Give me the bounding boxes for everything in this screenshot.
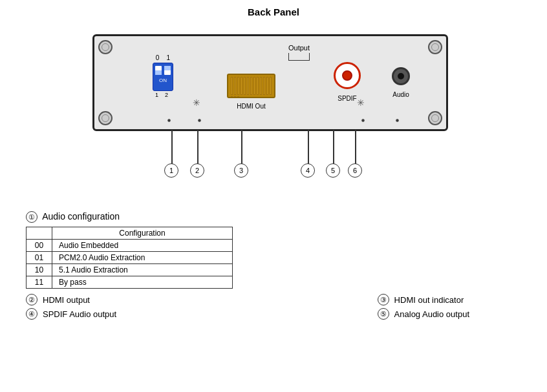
table-desc-00: Audio Embedded: [52, 240, 233, 252]
callout-num-1: 1: [164, 163, 178, 178]
dip-slot-2: [164, 66, 171, 75]
audio-jack: Audio: [392, 67, 410, 85]
screw-tl: [98, 40, 113, 54]
table-desc-11: By pass: [52, 276, 233, 289]
panel-diagram: 0 1 ON 1 2 ✳: [54, 21, 493, 209]
led-indicator-5: ✳: [357, 98, 365, 108]
callout-num-4: 4: [301, 163, 315, 178]
circled-num-2: ②: [26, 294, 38, 305]
spdif-output-text: SPDIF Audio output: [43, 309, 116, 319]
hdmi-out-label: HDMI Out: [237, 103, 265, 110]
led-dot-1: [167, 119, 171, 122]
label-spdif-output: ④ SPDIF Audio output: [26, 308, 116, 320]
jack-inner: [398, 73, 404, 79]
jack-outer: [392, 67, 410, 85]
bottom-label-left: ② HDMI output ④ SPDIF Audio output: [26, 294, 116, 320]
callout-line-3: [241, 130, 242, 165]
led-dot-5: [361, 119, 365, 122]
circled-num-3: ③: [378, 294, 389, 305]
label-hdmi-indicator: ③ HDMI out indicator: [378, 294, 469, 305]
dip-numbers: 0 1: [153, 54, 173, 61]
table-desc-01: PCM2.0 Audio Extraction: [52, 252, 233, 264]
spdif-connector: SPDIF: [334, 62, 361, 89]
dip-on-label: ON: [159, 77, 167, 83]
audio-label: Audio: [392, 91, 409, 98]
table-code-10: 10: [27, 264, 52, 276]
rca-inner: [342, 70, 352, 81]
panel-box: 0 1 ON 1 2 ✳: [92, 34, 448, 131]
label-analog-audio: ⑤ Analog Audio output: [378, 308, 469, 320]
callout-line-2: [197, 130, 198, 165]
screw-br: [428, 111, 442, 125]
table-row: 01 PCM2.0 Audio Extraction: [27, 252, 233, 264]
hdmi-output-text: HDMI output: [43, 295, 90, 305]
description-section: ① Audio configuration Configuration 00 A…: [13, 209, 534, 320]
spdif-label: SPDIF: [338, 95, 356, 102]
callout-num-3: 3: [234, 163, 248, 178]
callout-line-5: [333, 130, 334, 165]
hdmi-connector: HDMI Out: [227, 74, 275, 98]
table-row: 00 Audio Embedded: [27, 240, 233, 252]
screw-bl: [98, 111, 113, 125]
circled-num-1: ①: [26, 211, 38, 223]
config-table: Configuration 00 Audio Embedded 01 PCM2.…: [26, 227, 233, 289]
led-dot-6: [396, 119, 399, 122]
bottom-label-right: ③ HDMI out indicator ⑤ Analog Audio outp…: [378, 294, 469, 320]
screw-tr: [428, 40, 442, 54]
hdmi-indicator-text: HDMI out indicator: [394, 295, 464, 305]
page-title: Back Panel: [13, 6, 534, 17]
table-code-01: 01: [27, 252, 52, 264]
label-hdmi-output: ② HDMI output: [26, 294, 116, 305]
callout-line-1: [171, 130, 173, 165]
table-row: 10 5.1 Audio Extraction: [27, 264, 233, 276]
table-header-row: Configuration: [27, 227, 233, 240]
dip-switch: 0 1 ON 1 2: [153, 54, 173, 98]
callout-num-2: 2: [190, 163, 204, 178]
table-code-11: 11: [27, 276, 52, 289]
table-header-config: Configuration: [52, 227, 233, 240]
analog-audio-text: Analog Audio output: [394, 309, 469, 319]
callout-num-5: 5: [326, 163, 340, 178]
hdmi-body: [227, 74, 275, 98]
led-dot-2: [198, 119, 201, 122]
dip-body: ON: [153, 63, 173, 91]
table-header-code: [27, 227, 52, 240]
callout-line-4: [308, 130, 309, 165]
bottom-labels: ② HDMI output ④ SPDIF Audio output ③ HDM…: [26, 294, 521, 320]
callout-num-6: 6: [348, 163, 362, 178]
table-code-00: 00: [27, 240, 52, 252]
table-desc-10: 5.1 Audio Extraction: [52, 264, 233, 276]
led-indicator-2: ✳: [193, 98, 200, 108]
circled-num-4: ④: [26, 308, 38, 320]
output-bracket: Output: [288, 44, 310, 61]
dip-pos-labels: 1 2: [155, 92, 173, 98]
callout-line-6: [355, 130, 356, 165]
config-heading: ① Audio configuration: [26, 211, 521, 223]
rca-outer: [334, 62, 361, 89]
table-row: 11 By pass: [27, 276, 233, 289]
dip-slot-1: [155, 66, 162, 75]
circled-num-5: ⑤: [378, 308, 389, 320]
